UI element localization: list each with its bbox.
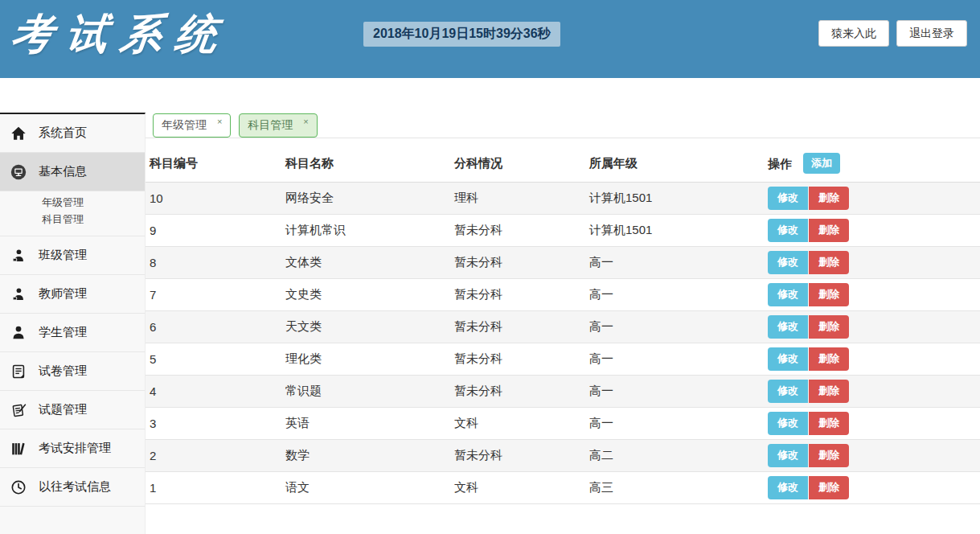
cell-subject-id: 2 — [146, 440, 285, 472]
person-badge-icon — [10, 285, 27, 303]
sidebar-item-past-exam-info[interactable]: 以往考试信息 — [0, 468, 145, 507]
cell-grade: 高三 — [589, 472, 768, 504]
clock-icon — [10, 479, 27, 496]
sidebar-item-label: 试题管理 — [39, 402, 87, 417]
cell-actions: 修改 删除 — [768, 408, 980, 440]
column-header-label: 科目名称 — [285, 156, 334, 170]
edit-button[interactable]: 修改 — [768, 412, 808, 434]
cell-subject-name: 网络安全 — [285, 183, 454, 215]
cell-subject-id: 9 — [146, 215, 285, 247]
cell-subject-name: 文体类 — [285, 247, 454, 279]
cell-subject-id: 7 — [146, 279, 285, 311]
cell-division: 理科 — [454, 183, 589, 215]
sidebar-item-question-mgmt[interactable]: 试题管理 — [0, 391, 145, 429]
edit-button[interactable]: 修改 — [768, 283, 808, 306]
cell-actions: 修改 删除 — [768, 472, 980, 504]
sidebar-item-student-mgmt[interactable]: 学生管理 — [0, 314, 145, 352]
table-row: 4 常识题 暂未分科 高一 修改 删除 — [146, 376, 980, 408]
delete-button[interactable]: 删除 — [809, 444, 849, 466]
sidebar-item-exam-schedule-mgmt[interactable]: 考试安排管理 — [0, 429, 145, 468]
sidebar-item-label: 试卷管理 — [39, 364, 87, 379]
edit-button[interactable]: 修改 — [768, 219, 808, 241]
cell-actions: 修改 删除 — [768, 440, 980, 472]
person-icon — [10, 324, 27, 342]
delete-button[interactable]: 删除 — [809, 283, 849, 306]
layout: 系统首页 基本信息 年级管理 科目管理 班级管理 教师管理 学生管理 试卷管理 … — [0, 78, 980, 534]
cell-division: 暂未分科 — [454, 376, 589, 408]
sidebar-item-teacher-mgmt[interactable]: 教师管理 — [0, 275, 145, 314]
edit-button[interactable]: 修改 — [768, 476, 808, 499]
sidebar-item-paper-mgmt[interactable]: 试卷管理 — [0, 352, 145, 391]
cell-grade: 高一 — [589, 247, 768, 279]
delete-button[interactable]: 删除 — [809, 219, 849, 241]
header: 考试系统 2018年10月19日15时39分36秒 猿来入此 退出登录 — [0, 0, 980, 78]
current-datetime: 2018年10月19日15时39分36秒 — [363, 22, 560, 47]
cell-grade: 高一 — [589, 408, 768, 440]
header-buttons: 猿来入此 退出登录 — [818, 20, 967, 47]
cell-subject-id: 6 — [146, 311, 285, 343]
sidebar-item-home[interactable]: 系统首页 — [0, 114, 145, 153]
sidebar-subitem-subject-mgmt[interactable]: 科目管理 — [0, 211, 145, 228]
column-header-1: 科目名称 — [285, 142, 454, 183]
table-row: 2 数学 暂未分科 高二 修改 删除 — [146, 440, 980, 472]
document-icon — [10, 363, 27, 380]
sidebar-item-label: 教师管理 — [39, 286, 87, 302]
pen-paper-icon — [10, 401, 27, 419]
tab-grade-mgmt[interactable]: 年级管理 × — [153, 113, 231, 138]
cell-division: 暂未分科 — [454, 215, 589, 247]
sidebar-submenu: 年级管理 科目管理 — [0, 191, 145, 236]
edit-button[interactable]: 修改 — [768, 315, 808, 338]
add-button[interactable]: 添加 — [803, 153, 840, 174]
cell-actions: 修改 删除 — [768, 311, 980, 343]
cell-division: 暂未分科 — [454, 247, 589, 279]
edit-button[interactable]: 修改 — [768, 187, 808, 209]
edit-button[interactable]: 修改 — [768, 347, 808, 370]
cell-actions: 修改 删除 — [768, 183, 980, 215]
delete-button[interactable]: 删除 — [809, 476, 849, 499]
tab-subject-mgmt[interactable]: 科目管理 × — [239, 113, 317, 138]
sidebar-item-class-mgmt[interactable]: 班级管理 — [0, 236, 145, 275]
cell-actions: 修改 删除 — [768, 279, 980, 311]
delete-button[interactable]: 删除 — [809, 347, 849, 370]
home-icon — [10, 125, 27, 142]
sidebar-item-label: 系统首页 — [39, 125, 87, 141]
table-body: 10 网络安全 理科 计算机1501 修改 删除 9 计算机常识 暂未分科 计算… — [146, 183, 980, 504]
cell-grade: 计算机1501 — [589, 183, 768, 215]
close-icon[interactable]: × — [217, 117, 222, 126]
column-header-label: 所属年级 — [589, 156, 638, 170]
cell-grade: 高一 — [589, 279, 768, 311]
cell-grade: 高一 — [589, 343, 768, 376]
cell-grade: 计算机1501 — [589, 215, 768, 247]
cell-subject-name: 天文类 — [285, 311, 454, 343]
edit-button[interactable]: 修改 — [768, 251, 808, 273]
cell-subject-name: 数学 — [285, 440, 454, 472]
edit-button[interactable]: 修改 — [768, 444, 808, 466]
delete-button[interactable]: 删除 — [809, 412, 849, 434]
cell-subject-id: 4 — [146, 376, 285, 408]
table-row: 9 计算机常识 暂未分科 计算机1501 修改 删除 — [146, 215, 980, 247]
main-content: 年级管理 × 科目管理 × 科目编号科目名称分科情况所属年级操作添加 10 网络… — [146, 78, 980, 534]
edit-button[interactable]: 修改 — [768, 380, 808, 402]
sidebar-item-label: 考试安排管理 — [39, 441, 111, 456]
table-row: 1 语文 文科 高三 修改 删除 — [146, 472, 980, 504]
close-icon[interactable]: × — [303, 117, 308, 126]
logout-button[interactable]: 退出登录 — [896, 20, 967, 47]
table-row: 3 英语 文科 高一 修改 删除 — [146, 408, 980, 440]
sidebar-item-label: 学生管理 — [39, 325, 87, 340]
sidebar-subitem-grade-mgmt[interactable]: 年级管理 — [0, 194, 145, 211]
cell-subject-id: 10 — [146, 183, 285, 215]
cell-grade: 高一 — [589, 311, 768, 343]
delete-button[interactable]: 删除 — [809, 187, 849, 209]
delete-button[interactable]: 删除 — [809, 380, 849, 402]
sidebar: 系统首页 基本信息 年级管理 科目管理 班级管理 教师管理 学生管理 试卷管理 … — [0, 113, 146, 534]
delete-button[interactable]: 删除 — [809, 315, 849, 338]
cell-subject-name: 文史类 — [285, 279, 454, 311]
cell-grade: 高一 — [589, 376, 768, 408]
column-header-label: 操作 — [768, 157, 792, 170]
sidebar-item-basic-info[interactable]: 基本信息 — [0, 153, 145, 191]
cell-subject-id: 8 — [146, 247, 285, 279]
ape-enter-button[interactable]: 猿来入此 — [818, 20, 889, 47]
column-header-3: 所属年级 — [589, 142, 768, 183]
cell-division: 暂未分科 — [454, 311, 589, 343]
delete-button[interactable]: 删除 — [809, 251, 849, 273]
